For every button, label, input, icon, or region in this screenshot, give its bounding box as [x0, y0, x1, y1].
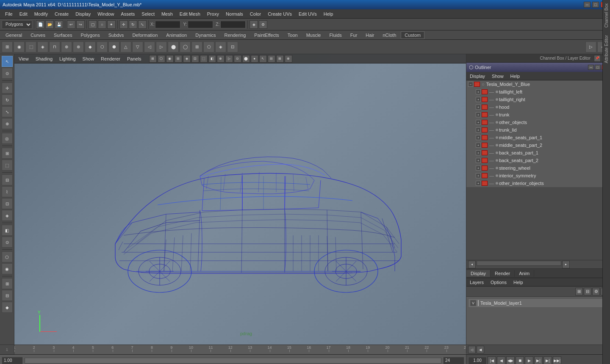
outliner-scroll-right[interactable]: ▸: [562, 261, 570, 268]
expand-button[interactable]: +: [476, 127, 481, 132]
last-frame-button[interactable]: ▶▶|: [553, 356, 561, 364]
help-menu[interactable]: Help: [510, 279, 527, 286]
options-menu[interactable]: Options: [487, 279, 510, 286]
prev-key-button[interactable]: |◀: [488, 356, 496, 364]
expand-button[interactable]: −: [468, 82, 473, 87]
timeline-btn[interactable]: ◀: [477, 346, 484, 353]
shelf-icon[interactable]: ▷: [585, 41, 596, 52]
menu-item-normals[interactable]: Normals: [222, 11, 247, 17]
current-frame-input[interactable]: [468, 357, 487, 364]
layers-menu[interactable]: Layers: [466, 279, 487, 286]
menu-item-mesh[interactable]: Mesh: [158, 11, 176, 17]
shelf-icon[interactable]: ◈: [215, 41, 226, 52]
snap-grid-button[interactable]: ⊟: [2, 174, 13, 185]
vp-icon[interactable]: ⊞: [276, 55, 284, 63]
menu-item-create-uvs[interactable]: Create UVs: [264, 11, 295, 17]
lasso-button[interactable]: ○: [98, 20, 106, 29]
select-tool-button[interactable]: ↖: [2, 56, 13, 67]
shelf-tab-fur[interactable]: Fur: [347, 31, 361, 39]
outliner-item-steering_wheel[interactable]: +—steering_wheel: [466, 164, 605, 172]
shelf-icon[interactable]: ◉: [14, 41, 25, 52]
outliner-help-menu[interactable]: Help: [507, 73, 524, 80]
vp-icon[interactable]: ◉: [166, 55, 174, 63]
vp-icon[interactable]: ⊕: [285, 55, 292, 63]
vp-icon[interactable]: ●: [251, 55, 258, 63]
outliner-item-tesla_model_y_blue[interactable]: −○Tesla_Model_Y_Blue: [466, 80, 605, 88]
move-tool-button[interactable]: ✛: [2, 83, 13, 94]
menu-item-edit-mesh[interactable]: Edit Mesh: [176, 11, 204, 17]
snap-surface-button[interactable]: ◈: [2, 210, 13, 221]
snap-point-button[interactable]: ⊡: [2, 198, 13, 209]
menu-item-display[interactable]: Display: [72, 11, 94, 17]
next-frame-button[interactable]: ▶|: [534, 356, 543, 364]
shelf-tab-curves[interactable]: Curves: [27, 31, 49, 39]
shelf-icon[interactable]: ⊕: [61, 41, 72, 52]
outliner-item-middle_seats_part_1[interactable]: +—middle_seats_part_1: [466, 134, 605, 141]
play-forward-button[interactable]: ▶: [525, 356, 533, 364]
vp-icon[interactable]: ⊞: [149, 55, 157, 63]
transform-tool-button[interactable]: ⊕: [2, 118, 13, 129]
expand-button[interactable]: +: [476, 135, 481, 140]
layer-tab-anim[interactable]: Anim: [515, 270, 534, 277]
outliner-item-taillight_left[interactable]: +—taillight_left: [466, 88, 605, 96]
shelf-tab-fluids[interactable]: Fluids: [325, 31, 345, 39]
stop-button[interactable]: ⏹: [516, 356, 524, 364]
timeline-btn[interactable]: ◁: [468, 346, 476, 353]
expand-button[interactable]: +: [476, 112, 481, 117]
timeline-track[interactable]: 123456789101112131415161718192021222324: [14, 345, 466, 355]
shelf-icon[interactable]: ⬚: [25, 41, 36, 52]
outliner-scroll-left[interactable]: ◂: [468, 261, 476, 268]
shelf-tab-ncloth[interactable]: nCloth: [379, 31, 400, 39]
outliner-item-trunk[interactable]: +—trunk: [466, 111, 605, 119]
shelf-tab-animation[interactable]: Animation: [162, 31, 191, 39]
timeline[interactable]: 1 12345678910111213141516171819202122232…: [0, 345, 610, 355]
shelf-icon[interactable]: ⊞: [2, 41, 13, 52]
layers-button[interactable]: ⊞: [2, 278, 13, 289]
channel-box-vertical-label[interactable]: Channel Box: [603, 2, 610, 29]
maximize-button[interactable]: □: [592, 2, 599, 8]
new-scene-button[interactable]: 📄: [36, 20, 44, 29]
outliner-item-other_objects[interactable]: +—other_objects: [466, 119, 605, 126]
menu-item-proxy[interactable]: Proxy: [204, 11, 222, 17]
shelf-tab-surfaces[interactable]: Surfaces: [50, 31, 76, 39]
undo-button[interactable]: ↩: [67, 20, 75, 29]
shelf-icon[interactable]: ◈: [37, 41, 48, 52]
outliner-show-menu[interactable]: Show: [488, 73, 507, 80]
expand-button[interactable]: +: [476, 158, 481, 163]
outliner-item-interior_symmetry[interactable]: +—interior_symmetry: [466, 172, 605, 179]
main-viewport[interactable]: View Shading Lighting Show Renderer Pane…: [14, 54, 466, 345]
outliner-item-back_seats_part_2[interactable]: +—back_seats_part_2: [466, 157, 605, 164]
display-smooth-button[interactable]: ◉: [2, 263, 13, 274]
y-input[interactable]: [188, 21, 213, 28]
lighting-menu[interactable]: Lighting: [57, 55, 78, 62]
vp-icon[interactable]: ⬚: [200, 55, 208, 63]
rotate-button[interactable]: ↻: [129, 20, 137, 29]
panels-menu[interactable]: Panels: [125, 55, 144, 62]
shelf-icon[interactable]: ⬢: [108, 41, 119, 52]
hide-manipulator-button[interactable]: ⬚: [2, 160, 13, 171]
shelf-tab-toon[interactable]: Toon: [284, 31, 302, 39]
expand-button[interactable]: +: [476, 181, 481, 186]
anim-layer-button[interactable]: ⊟: [2, 290, 13, 301]
menu-item-create[interactable]: Create: [51, 11, 72, 17]
outliner-item-middle_seats_part_2[interactable]: +—middle_seats_part_2: [466, 141, 605, 149]
view-menu[interactable]: View: [16, 55, 31, 62]
save-button[interactable]: 💾: [55, 20, 63, 29]
shelf-tab-dynamics[interactable]: Dynamics: [191, 31, 219, 39]
expand-button[interactable]: +: [476, 105, 481, 110]
vp-icon[interactable]: ▷: [225, 55, 233, 63]
shelf-tab-custom[interactable]: Custom: [401, 31, 424, 39]
paint-select-button[interactable]: ⊙: [2, 68, 13, 79]
render-button[interactable]: ◈: [250, 20, 258, 29]
x-input[interactable]: [155, 21, 180, 28]
open-button[interactable]: 📂: [45, 20, 54, 29]
range-end-input[interactable]: [443, 357, 464, 364]
shelf-icon[interactable]: △: [120, 41, 131, 52]
xgen-button[interactable]: ◆: [2, 302, 13, 313]
layer-visibility[interactable]: V: [470, 300, 476, 306]
shelf-icon[interactable]: ▽: [132, 41, 143, 52]
shelf-icon[interactable]: ▷: [156, 41, 167, 52]
z-input[interactable]: [220, 21, 246, 28]
expand-button[interactable]: +: [476, 150, 481, 155]
render-region-button[interactable]: ◧: [2, 225, 13, 236]
